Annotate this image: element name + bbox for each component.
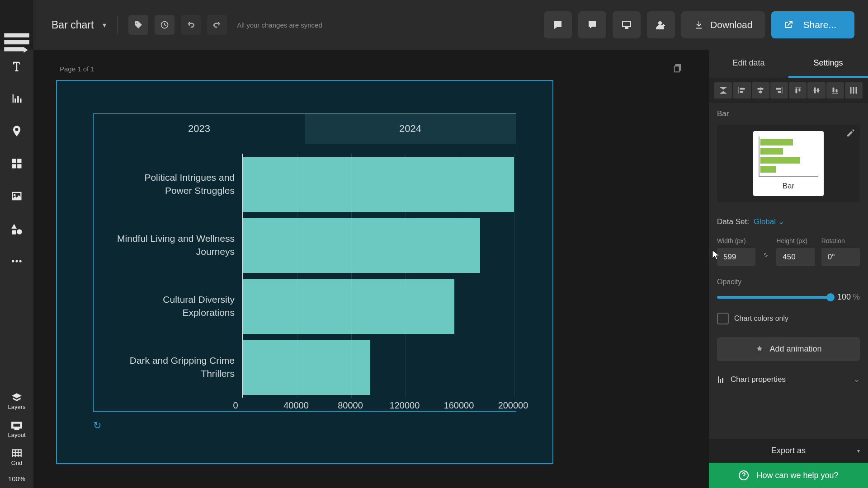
tab-settings[interactable]: Settings	[788, 50, 868, 78]
present-icon[interactable]	[613, 11, 641, 38]
align-middle-v-icon[interactable]	[807, 82, 825, 99]
chart-properties-row[interactable]: Chart properties ⌄	[709, 367, 868, 391]
grid-label: Grid	[11, 460, 23, 466]
chart-properties-label: Chart properties	[731, 375, 786, 384]
x-tick-label: 120000	[390, 400, 420, 411]
refresh-icon[interactable]: ↻	[93, 420, 516, 432]
topbar: Bar chart ▾ All your changes are synced …	[33, 0, 868, 50]
height-input[interactable]: 450	[776, 248, 815, 266]
separator	[117, 16, 118, 34]
opacity-slider[interactable]	[717, 296, 831, 299]
chevron-down-icon: ▾	[857, 448, 860, 454]
layout-button[interactable]: Layout	[8, 416, 25, 442]
settings-panel: Edit data Settings Bar	[709, 50, 868, 488]
history-icon[interactable]	[155, 15, 175, 35]
x-tick-label: 80000	[338, 400, 363, 411]
help-label: How can we help you?	[756, 471, 838, 480]
comment-icon[interactable]	[578, 11, 606, 38]
chart-type-label: Bar	[759, 182, 818, 191]
download-label: Download	[710, 19, 752, 30]
distribute-icon[interactable]	[845, 82, 863, 99]
x-axis: 04000080000120000160000200000	[242, 398, 516, 411]
shapes-tool-icon[interactable]	[0, 212, 33, 245]
add-animation-button[interactable]: Add animation	[717, 337, 860, 361]
page-indicator: Page 1 of 1	[60, 65, 94, 73]
align-toolbar	[709, 78, 868, 103]
export-label: Export as	[771, 446, 806, 455]
duplicate-page-icon[interactable]	[673, 63, 683, 75]
chevron-down-icon: ⌄	[854, 375, 860, 384]
x-tick-label: 0	[233, 400, 238, 411]
zoom-level[interactable]: 100%	[8, 475, 25, 483]
share-button[interactable]: Share...	[771, 11, 854, 38]
elements-tool-icon[interactable]	[0, 147, 33, 180]
category-label: Cultural Diversity Explorations	[117, 293, 235, 319]
align-top-icon[interactable]	[789, 82, 807, 99]
left-rail: Layers Layout Grid 100%	[0, 0, 33, 488]
align-bottom-icon[interactable]	[826, 82, 844, 99]
tab-edit-data[interactable]: Edit data	[709, 50, 788, 78]
tab-2024[interactable]: 2024	[305, 114, 516, 144]
export-dropdown[interactable]: Export as ▾	[709, 439, 868, 463]
add-animation-label: Add animation	[769, 344, 821, 354]
x-tick-label: 40000	[283, 400, 309, 411]
layers-button[interactable]: Layers	[8, 388, 25, 414]
plot-area	[242, 154, 516, 398]
text-tool-icon[interactable]	[0, 50, 33, 82]
category-label: Mindful Living and Wellness Journeys	[117, 232, 235, 258]
bar[interactable]	[243, 279, 454, 334]
redo-icon[interactable]	[207, 15, 227, 35]
edit-chart-type-icon[interactable]	[846, 129, 854, 139]
layout-label: Layout	[8, 432, 25, 438]
opacity-value[interactable]: 100	[837, 292, 851, 301]
chevron-down-icon[interactable]: ▾	[103, 21, 106, 29]
sync-status: All your changes are synced	[237, 21, 322, 29]
home-icon[interactable]	[0, 0, 33, 50]
more-icon[interactable]	[0, 245, 33, 277]
section-label-bar: Bar	[709, 103, 868, 122]
svg-point-0	[12, 260, 14, 262]
tag-icon[interactable]	[128, 15, 148, 35]
rotation-label: Rotation	[821, 237, 860, 244]
grid-button[interactable]: Grid	[11, 444, 23, 470]
align-right-icon[interactable]	[770, 82, 788, 99]
chart-colors-only-label: Chart colors only	[734, 314, 788, 323]
arrange-icon[interactable]	[714, 82, 732, 99]
link-dimensions-icon[interactable]	[762, 251, 770, 266]
notes-icon[interactable]	[544, 11, 572, 38]
download-button[interactable]: Download	[681, 11, 765, 38]
add-user-icon[interactable]	[647, 11, 675, 38]
align-center-h-icon[interactable]	[752, 82, 769, 99]
category-label: Political Intrigues and Power Struggles	[117, 171, 235, 197]
undo-icon[interactable]	[181, 15, 201, 35]
dataset-label: Data Set:	[717, 217, 749, 226]
layers-label: Layers	[8, 404, 25, 410]
rotation-input[interactable]: 0°	[821, 248, 860, 266]
dataset-dropdown[interactable]: Global ⌄	[754, 217, 784, 226]
x-tick-label: 160000	[444, 400, 474, 411]
height-label: Height (px)	[776, 237, 815, 244]
canvas[interactable]: 2023 2024 Political Intrigues and Power …	[56, 80, 553, 464]
bar[interactable]	[243, 157, 514, 212]
category-label: Dark and Gripping Crime Thrillers	[117, 354, 235, 380]
chart-tool-icon[interactable]	[0, 82, 33, 115]
image-tool-icon[interactable]	[0, 180, 33, 212]
chart-colors-only-checkbox[interactable]	[717, 313, 729, 324]
help-button[interactable]: How can we help you?	[709, 463, 868, 488]
x-tick-label: 200000	[498, 400, 528, 411]
bar[interactable]	[243, 218, 480, 273]
svg-point-5	[658, 21, 662, 25]
svg-point-2	[19, 260, 22, 262]
document-title[interactable]: Bar chart	[52, 19, 94, 31]
width-input[interactable]: 599	[717, 248, 755, 266]
opacity-label: Opacity	[717, 278, 860, 286]
map-tool-icon[interactable]	[0, 115, 33, 147]
svg-point-3	[136, 23, 137, 24]
chart[interactable]: 2023 2024 Political Intrigues and Power …	[93, 113, 516, 412]
share-label: Share...	[803, 19, 836, 30]
svg-point-1	[15, 260, 18, 262]
align-left-icon[interactable]	[733, 82, 750, 99]
chart-type-selector[interactable]: Bar	[717, 125, 860, 202]
tab-2023[interactable]: 2023	[94, 114, 305, 144]
width-label: Width (px)	[717, 237, 755, 244]
